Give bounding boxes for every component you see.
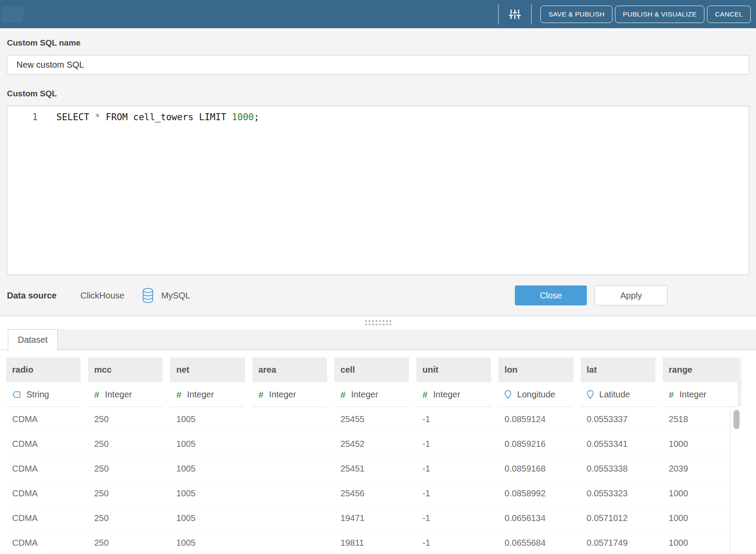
scrollbar-thumb[interactable] bbox=[733, 410, 740, 429]
topbar-divider bbox=[531, 4, 532, 24]
database-icon bbox=[142, 288, 154, 303]
table-cell: 250 bbox=[88, 481, 163, 505]
table-row: CDMA250100525451-10.08591680.05533382039 bbox=[6, 456, 737, 481]
table-cell: -1 bbox=[416, 506, 491, 530]
table-cell: CDMA bbox=[6, 531, 81, 554]
custom-sql-name-input[interactable] bbox=[7, 55, 749, 75]
table-cell: -1 bbox=[416, 456, 491, 481]
string-icon bbox=[12, 391, 21, 398]
column-type-area[interactable]: #Integer bbox=[252, 382, 327, 407]
table-row: CDMA250100519471-10.06561340.05710121000 bbox=[6, 506, 737, 531]
integer-icon: # bbox=[176, 390, 181, 399]
table-row: CDMA250100525455-10.08591240.05533372518 bbox=[6, 407, 737, 432]
table-cell: 0.0571012 bbox=[581, 506, 655, 530]
column-type-label: Latitude bbox=[599, 390, 630, 400]
topbar-divider bbox=[498, 4, 499, 24]
sliders-icon bbox=[508, 8, 521, 21]
table-cell: 1000 bbox=[663, 531, 737, 554]
column-type-mcc[interactable]: #Integer bbox=[88, 382, 163, 407]
table-cell: -1 bbox=[416, 481, 491, 505]
column-header-range[interactable]: range bbox=[663, 357, 737, 382]
column-type-lat[interactable]: Latitude bbox=[581, 382, 655, 407]
table-cell: 25455 bbox=[334, 407, 409, 431]
table-cell: 0.0859124 bbox=[498, 407, 573, 431]
sql-token: 1000 bbox=[232, 112, 254, 122]
settings-button[interactable] bbox=[508, 8, 521, 21]
close-button[interactable]: Close bbox=[515, 285, 587, 305]
topbar-ghost-button bbox=[2, 6, 23, 23]
sql-token: SELECT bbox=[56, 112, 95, 122]
sql-line: 1 SELECT * FROM cell_towers LIMIT 1000; bbox=[7, 110, 749, 125]
resize-handle[interactable] bbox=[365, 320, 391, 325]
column-type-label: Integer bbox=[351, 390, 378, 400]
table-cell: 1005 bbox=[170, 481, 245, 505]
table-cell: CDMA bbox=[6, 407, 81, 431]
column-header-radio[interactable]: radio bbox=[6, 357, 81, 382]
table-cell: -1 bbox=[416, 407, 491, 431]
table-cell: 250 bbox=[88, 531, 163, 554]
column-header-cell[interactable]: cell bbox=[334, 357, 409, 382]
table-cell: 1000 bbox=[663, 432, 737, 456]
table-cell: 1005 bbox=[170, 531, 245, 554]
table-cell: 1000 bbox=[663, 506, 737, 530]
table-type-row: String#Integer#Integer#Integer#Integer#I… bbox=[6, 382, 737, 407]
tab-dataset[interactable]: Dataset bbox=[8, 329, 58, 350]
cancel-button[interactable]: CANCEL bbox=[707, 6, 751, 23]
table-cell: 25456 bbox=[334, 481, 409, 505]
table-body: CDMA250100525455-10.08591240.05533372518… bbox=[6, 407, 737, 554]
integer-icon: # bbox=[669, 390, 674, 399]
geo-pin-icon bbox=[587, 390, 594, 399]
column-header-unit[interactable]: unit bbox=[416, 357, 491, 382]
sql-token: * bbox=[95, 112, 101, 122]
panel-resize-strip bbox=[0, 316, 756, 329]
integer-icon: # bbox=[94, 390, 99, 399]
table-cell: 250 bbox=[88, 456, 163, 481]
geo-pin-icon bbox=[504, 390, 511, 399]
column-type-range[interactable]: #Integer bbox=[663, 382, 737, 407]
sql-token: FROM cell_towers LIMIT bbox=[100, 112, 232, 122]
column-type-cell[interactable]: #Integer bbox=[334, 382, 409, 407]
table-cell: 1005 bbox=[170, 407, 245, 431]
column-header-mcc[interactable]: mcc bbox=[88, 357, 163, 382]
save-publish-button[interactable]: SAVE & PUBLISH bbox=[540, 6, 612, 23]
column-header-area[interactable]: area bbox=[252, 357, 327, 382]
header-scroll-strip bbox=[738, 357, 743, 407]
apply-button[interactable]: Apply bbox=[595, 285, 668, 305]
table-cell: 0.0655684 bbox=[498, 531, 573, 554]
table-cell bbox=[252, 432, 327, 456]
table-cell: 2039 bbox=[663, 456, 737, 481]
sql-token: ; bbox=[254, 112, 259, 122]
column-type-label: Integer bbox=[269, 390, 296, 400]
column-type-radio[interactable]: String bbox=[6, 382, 81, 407]
column-type-unit[interactable]: #Integer bbox=[416, 382, 491, 407]
column-type-lon[interactable]: Longitude bbox=[498, 382, 573, 407]
dataset-preview-table: radiomccnetareacellunitlonlatrange Strin… bbox=[0, 350, 756, 554]
custom-sql-label: Custom SQL bbox=[7, 75, 749, 98]
publish-visualize-button[interactable]: PUBLISH & VISUALIZE bbox=[615, 6, 704, 23]
column-type-net[interactable]: #Integer bbox=[170, 382, 245, 407]
datasource-option-mysql[interactable]: MySQL bbox=[161, 291, 190, 301]
table-cell: 19471 bbox=[334, 506, 409, 530]
topbar: SAVE & PUBLISH PUBLISH & VISUALIZE CANCE… bbox=[0, 0, 756, 28]
table-cell: 0.0553323 bbox=[581, 481, 655, 505]
table-cell: 250 bbox=[88, 506, 163, 530]
column-header-lat[interactable]: lat bbox=[581, 357, 655, 382]
sql-editor[interactable]: 1 SELECT * FROM cell_towers LIMIT 1000; bbox=[7, 106, 749, 275]
integer-icon: # bbox=[259, 390, 264, 399]
table-cell: 0.0859168 bbox=[498, 456, 573, 481]
column-header-lon[interactable]: lon bbox=[498, 357, 573, 382]
column-header-net[interactable]: net bbox=[170, 357, 245, 382]
table-cell bbox=[252, 506, 327, 530]
datasource-option-clickhouse[interactable]: ClickHouse bbox=[81, 291, 124, 301]
table-cell: 0.0553338 bbox=[581, 456, 655, 481]
table-row: CDMA250100519811-10.06556840.05717491000 bbox=[6, 531, 737, 554]
table-cell bbox=[252, 456, 327, 481]
table-cell: 19811 bbox=[334, 531, 409, 554]
table-cell: 0.0571749 bbox=[581, 531, 655, 554]
table-cell: CDMA bbox=[6, 506, 81, 530]
table-cell: CDMA bbox=[6, 481, 81, 505]
table-cell: 0.0656134 bbox=[498, 506, 573, 530]
integer-icon: # bbox=[340, 390, 346, 399]
table-cell: 2518 bbox=[663, 407, 737, 431]
table-cell bbox=[252, 407, 327, 431]
